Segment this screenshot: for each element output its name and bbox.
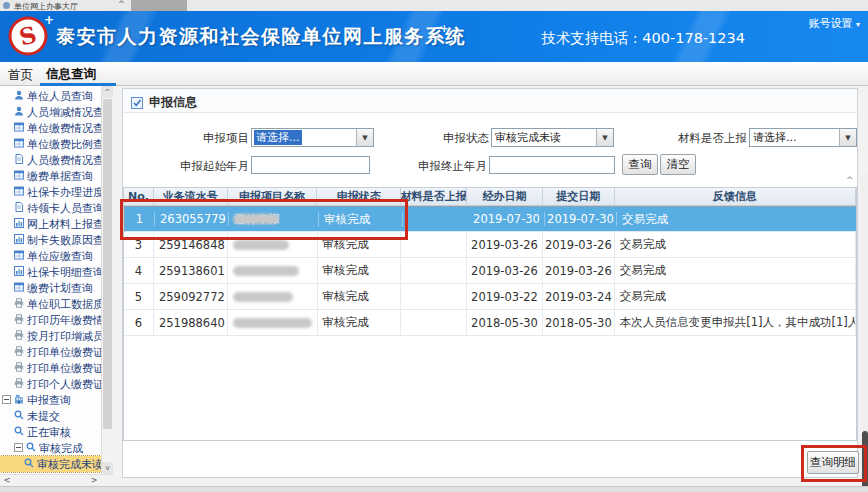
cell-project xyxy=(228,310,318,335)
sidebar-item-11[interactable]: 社保卡明细查询 xyxy=(0,264,101,280)
sidebar-item-0[interactable]: 单位人员查询 xyxy=(0,88,101,104)
sidebar-item-label: 单位职工数据质 xyxy=(27,297,101,312)
grid-icon xyxy=(14,250,24,263)
scroll-right-icon[interactable]: > xyxy=(88,475,100,486)
tree-collapse-icon[interactable] xyxy=(14,442,23,455)
window-scrollbar[interactable] xyxy=(861,172,868,492)
cell-feedback: 交易完成 xyxy=(615,232,856,257)
tab-home[interactable]: 首页 xyxy=(8,67,33,84)
cell-no: 5 xyxy=(124,284,154,309)
sidebar-item-label: 审核完成 xyxy=(39,441,83,456)
table-row[interactable]: 5259092772审核完成2019-03-222019-03-24交易完成 xyxy=(124,284,856,310)
scroll-down-icon[interactable]: v xyxy=(102,462,113,474)
material-select[interactable]: 请选择... ▼ xyxy=(749,128,857,147)
cell-material xyxy=(401,258,467,283)
scroll-up-icon[interactable]: ^ xyxy=(102,86,113,98)
project-select-value: 请选择... xyxy=(254,130,302,145)
sidebar-item-16[interactable]: 打印单位缴费证 xyxy=(0,344,101,360)
sidebar-scrollbar-thumb[interactable] xyxy=(103,99,112,429)
sidebar-horizontal-scrollbar[interactable]: < > xyxy=(0,474,113,486)
status-select[interactable]: 审核完成未读 ▼ xyxy=(491,128,614,147)
sidebar-item-17[interactable]: 打印单位缴费证 xyxy=(0,360,101,376)
grid-icon xyxy=(14,282,24,295)
browser-tab-caret-icon[interactable]: ^ xyxy=(118,0,125,9)
cell-submit_date: 2019-03-26 xyxy=(543,258,615,283)
cell-status: 审核完成 xyxy=(318,258,402,283)
end-month-label: 申报终止年月 xyxy=(413,159,487,174)
cell-project xyxy=(228,284,318,309)
sidebar-vertical-scrollbar[interactable]: ^ v xyxy=(101,86,113,474)
sidebar-item-label: 打印个人缴费证 xyxy=(27,377,101,392)
sidebar-item-8[interactable]: 网上材料上报查 xyxy=(0,216,101,232)
sidebar-item-5[interactable]: 缴费单据查询 xyxy=(0,168,101,184)
scroll-left-icon[interactable]: < xyxy=(1,475,13,486)
column-header-submit_date: 提交日期 xyxy=(543,188,615,205)
sidebar-item-label: 社保卡明细查询 xyxy=(27,265,101,280)
printer-icon xyxy=(14,346,24,359)
sidebar-item-9[interactable]: 制卡失败原因查 xyxy=(0,232,101,248)
sidebar-menu: 单位人员查询人员增减情况查单位缴费情况查单位缴费比例查人员缴费情况查缴费单据查询… xyxy=(0,86,101,474)
table-row[interactable]: 4259138601审核完成2019-03-262019-03-26交易完成 xyxy=(124,258,856,284)
start-month-input[interactable] xyxy=(251,156,370,174)
sidebar-item-6[interactable]: 社保卡办理进度 xyxy=(0,184,101,200)
cell-project xyxy=(228,258,318,283)
search-icon xyxy=(14,410,24,423)
panel-header: 申报信息 xyxy=(123,89,857,113)
panel-title: 申报信息 xyxy=(149,94,197,111)
end-month-input[interactable] xyxy=(489,156,615,174)
sidebar-item-14[interactable]: 打印历年缴费情 xyxy=(0,312,101,328)
doc-icon xyxy=(14,202,24,215)
browser-new-tab-area[interactable] xyxy=(131,0,187,11)
sidebar-item-2[interactable]: 单位缴费情况查 xyxy=(0,120,101,136)
cell-status: 审核完成 xyxy=(318,284,402,309)
cell-feedback: 本次人员信息变更申报共[1]人，其中成功[1]人，失败[0]人 xyxy=(615,310,856,335)
sidebar-item-3[interactable]: 单位缴费比例查 xyxy=(0,136,101,152)
table-row[interactable]: 6251988640审核完成2018-05-302018-05-30本次人员信息… xyxy=(124,310,856,336)
sidebar-item-label: 打印单位缴费证 xyxy=(27,345,101,360)
sidebar-item-label: 人员增减情况查 xyxy=(27,105,101,120)
cell-status: 审核完成 xyxy=(318,310,402,335)
cell-serial: 259092772 xyxy=(154,284,228,309)
cell-no: 6 xyxy=(124,310,154,335)
chevron-down-icon: ▼ xyxy=(596,129,613,146)
sidebar-item-21[interactable]: 正在审核 xyxy=(0,424,101,440)
column-header-handle_date: 经办日期 xyxy=(467,188,543,205)
browser-tab-bar: 单位网上办事大厅 ^ xyxy=(0,0,868,11)
clear-button[interactable]: 清空 xyxy=(660,154,696,175)
sidebar-item-4[interactable]: 人员缴费情况查 xyxy=(0,152,101,168)
cell-serial: 251988640 xyxy=(154,310,228,335)
sidebar-item-label: 单位缴费比例查 xyxy=(27,137,101,152)
person-icon xyxy=(14,90,24,103)
account-settings-label: 账号设置 xyxy=(808,17,852,30)
sidebar-item-label: 网上材料上报查 xyxy=(27,217,101,232)
cell-material xyxy=(401,284,467,309)
cell-handle_date: 2019-07-30 xyxy=(469,212,545,226)
declaration-info-panel: 申报信息 申报项目 请选择... ▼ 申报状态 审核完成未读 ▼ 材料是否上报 … xyxy=(122,88,858,478)
tab-info-query[interactable]: 信息查询 xyxy=(46,66,96,83)
cell-submit_date: 2019-03-24 xyxy=(543,284,615,309)
sidebar-item-10[interactable]: 单位应缴查询 xyxy=(0,248,101,264)
sidebar-item-1[interactable]: 人员增减情况查 xyxy=(0,104,101,120)
panel-scroll-up-icon[interactable]: ^ xyxy=(846,175,854,185)
sidebar-item-15[interactable]: 按月打印增减员 xyxy=(0,328,101,344)
column-header-material: 材料是否上报 xyxy=(401,188,467,205)
query-button[interactable]: 查询 xyxy=(622,154,658,175)
sidebar-item-label: 申报查询 xyxy=(27,393,71,408)
sidebar-item-23[interactable]: 审核完成未读 xyxy=(0,456,101,472)
sidebar-item-label: 社保卡办理进度 xyxy=(27,185,101,200)
sidebar-item-20[interactable]: 未提交 xyxy=(0,408,101,424)
sidebar-item-22[interactable]: 审核完成 xyxy=(0,440,101,456)
tree-collapse-icon[interactable] xyxy=(2,394,11,407)
status-select-value: 审核完成未读 xyxy=(492,130,596,145)
project-select[interactable]: 请选择... ▼ xyxy=(251,128,374,147)
sidebar-item-7[interactable]: 待领卡人员查询 xyxy=(0,200,101,216)
sidebar-item-19[interactable]: 申报查询 xyxy=(0,392,101,408)
chart-icon xyxy=(14,218,24,231)
redacted-text xyxy=(233,292,293,302)
cell-submit_date: 2019-03-26 xyxy=(543,232,615,257)
sidebar-item-label: 缴费单据查询 xyxy=(27,169,93,184)
sidebar-item-12[interactable]: 缴费计划查询 xyxy=(0,280,101,296)
sidebar-item-18[interactable]: 打印个人缴费证 xyxy=(0,376,101,392)
sidebar-item-13[interactable]: 单位职工数据质 xyxy=(0,296,101,312)
account-settings-button[interactable]: 账号设置 ▾ xyxy=(808,16,860,31)
